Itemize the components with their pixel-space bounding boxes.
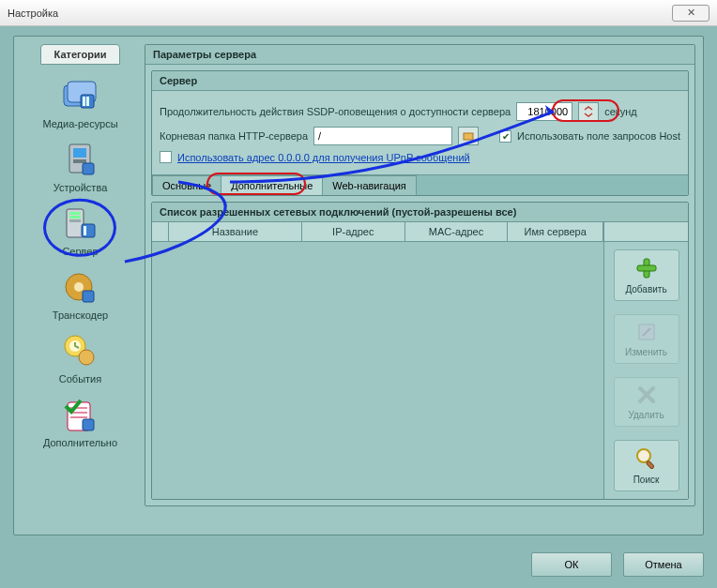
search-icon — [634, 446, 659, 471]
browse-button[interactable] — [458, 127, 479, 145]
cancel-button[interactable]: Отмена — [623, 552, 704, 577]
events-icon — [57, 330, 102, 371]
connections-title: Список разрешенных сетевых подключений (… — [152, 203, 688, 222]
sidebar-label: Медиа-ресурсы — [42, 118, 117, 129]
edit-button: Изменить — [614, 314, 679, 364]
svg-rect-8 — [83, 163, 94, 174]
use-host-label: Использовать поле запросов Host — [517, 130, 680, 142]
svg-point-27 — [637, 449, 650, 462]
svg-rect-6 — [73, 148, 86, 158]
svg-rect-17 — [83, 291, 94, 302]
sidebar-item-advanced[interactable]: Дополнительно — [43, 394, 117, 448]
ssdp-unit: секунд — [604, 106, 637, 117]
svg-rect-11 — [69, 216, 81, 219]
cancel-label: Отмена — [645, 559, 681, 570]
ssdp-duration-input[interactable] — [516, 102, 572, 121]
sidebar-item-transcoder[interactable]: Транскодер — [53, 266, 108, 321]
svg-rect-7 — [73, 159, 86, 163]
media-icon — [57, 75, 102, 116]
edit-icon — [635, 321, 658, 343]
plus-icon — [634, 256, 659, 280]
use-anyaddr-checkbox[interactable] — [160, 151, 172, 163]
col-expand — [152, 222, 169, 241]
col-mac[interactable]: MAC-адрес — [405, 222, 509, 241]
svg-rect-3 — [83, 97, 85, 106]
sidebar-item-media[interactable]: Медиа-ресурсы — [42, 75, 117, 129]
server-tabs: Основные Дополнительные Web-навигация — [152, 174, 688, 195]
col-ip[interactable]: IP-адрес — [302, 222, 405, 241]
col-name[interactable]: Название — [169, 222, 302, 241]
tab-basic[interactable]: Основные — [152, 175, 221, 195]
advanced-icon — [57, 394, 102, 435]
server-group-title: Сервер — [152, 71, 688, 91]
tab-advanced[interactable]: Дополнительные — [221, 175, 323, 195]
sidebar-item-events[interactable]: События — [57, 330, 102, 384]
add-label: Добавить — [625, 284, 666, 294]
delete-button: Удалить — [614, 377, 679, 427]
server-parameters-group: Параметры сервера Сервер Продолжительнос… — [145, 44, 695, 506]
use-anyaddr-label[interactable]: Использовать адрес 0.0.0.0 для получения… — [177, 152, 470, 163]
svg-rect-10 — [69, 212, 81, 215]
close-icon: ✕ — [687, 7, 695, 19]
ssdp-spinner-button[interactable] — [578, 102, 599, 121]
actions-pane: Добавить Изменить Удалить — [603, 242, 688, 499]
main-panel: Параметры сервера Сервер Продолжительнос… — [145, 44, 695, 527]
sidebar-item-devices[interactable]: Устройства — [53, 139, 108, 193]
edit-label: Изменить — [625, 347, 667, 357]
tab-webnav[interactable]: Web-навигация — [322, 175, 417, 195]
svg-rect-12 — [69, 219, 81, 222]
svg-point-20 — [79, 350, 94, 365]
delete-icon — [635, 384, 658, 406]
window-title: Настройка — [8, 8, 58, 19]
panel-title: Параметры сервера — [145, 45, 694, 65]
add-button[interactable]: Добавить — [614, 249, 679, 301]
svg-rect-14 — [84, 226, 86, 235]
svg-rect-28 — [646, 460, 654, 469]
connections-list — [152, 242, 603, 499]
ssdp-label: Продолжительность действия SSDP-оповещен… — [160, 106, 511, 117]
search-button[interactable]: Поиск — [614, 440, 679, 491]
sidebar: Категории Медиа-ресурсы Устройства Серве… — [22, 44, 139, 527]
close-button[interactable]: ✕ — [672, 5, 709, 22]
delete-label: Удалить — [628, 410, 664, 420]
sidebar-item-server[interactable]: Сервер — [57, 203, 102, 257]
svg-rect-25 — [637, 265, 656, 271]
categories-header: Категории — [40, 44, 121, 65]
sidebar-label: События — [59, 373, 101, 384]
svg-rect-4 — [86, 97, 89, 106]
server-icon — [57, 203, 102, 244]
sidebar-label: Устройства — [53, 182, 108, 193]
table-header: Название IP-адрес MAC-адрес Имя сервера — [152, 222, 688, 242]
sidebar-label: Дополнительно — [43, 437, 117, 448]
ok-label: ОК — [565, 559, 579, 570]
sidebar-label: Транскодер — [53, 309, 108, 321]
sidebar-label: Сервер — [62, 246, 98, 257]
svg-point-16 — [74, 282, 84, 292]
transcoder-icon — [57, 266, 102, 308]
use-host-checkbox[interactable] — [499, 130, 511, 143]
search-label: Поиск — [633, 475, 660, 485]
ok-button[interactable]: ОК — [531, 552, 612, 577]
devices-icon — [57, 139, 102, 180]
col-host[interactable]: Имя сервера — [508, 222, 603, 241]
http-root-input[interactable] — [313, 127, 452, 145]
svg-rect-23 — [464, 133, 473, 140]
http-root-label: Корневая папка HTTP-сервера — [160, 130, 308, 142]
svg-rect-22 — [83, 419, 94, 430]
